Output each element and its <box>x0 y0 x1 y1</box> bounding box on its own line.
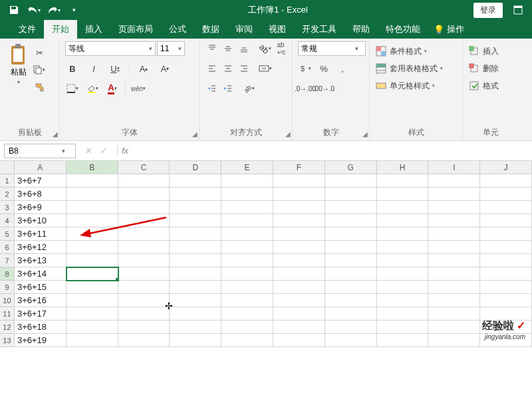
col-header-C[interactable]: C <box>118 161 170 174</box>
font-size-input[interactable] <box>158 42 175 55</box>
cell-G9[interactable] <box>325 281 377 294</box>
cell-C4[interactable] <box>118 214 170 227</box>
format-cells-button[interactable]: 格式 <box>468 78 499 93</box>
tab-home[interactable]: 开始 <box>44 20 77 39</box>
cell-H13[interactable] <box>377 334 429 347</box>
accounting-format-button[interactable]: $▾ <box>298 61 313 76</box>
insert-cells-button[interactable]: 插入 <box>468 44 499 59</box>
cell-B10[interactable] <box>66 294 118 307</box>
cell-J1[interactable] <box>480 174 532 188</box>
cell-H9[interactable] <box>377 281 429 294</box>
cell-A7[interactable]: 3+6+13 <box>15 254 66 267</box>
cell-A12[interactable]: 3+6+18 <box>15 321 66 334</box>
cell-D11[interactable] <box>170 307 221 321</box>
cell-G2[interactable] <box>325 188 377 201</box>
cell-I11[interactable] <box>428 307 480 321</box>
cell-D6[interactable] <box>170 241 221 254</box>
cell-B2[interactable] <box>66 188 118 201</box>
cell-I5[interactable] <box>428 227 480 241</box>
tell-me[interactable]: 💡 操作 <box>428 20 469 39</box>
font-name-input[interactable] <box>66 42 146 55</box>
align-center-button[interactable] <box>221 61 235 76</box>
orientation-button[interactable]: ab▾ <box>258 41 273 56</box>
cell-F2[interactable] <box>273 188 325 201</box>
cell-D2[interactable] <box>170 188 221 201</box>
cell-B3[interactable] <box>66 201 118 214</box>
number-format-input[interactable] <box>299 42 352 55</box>
delete-cells-button[interactable]: 删除 <box>468 61 499 76</box>
cell-F6[interactable] <box>273 241 325 254</box>
tab-data[interactable]: 数据 <box>194 20 227 39</box>
underline-button[interactable]: U▾ <box>108 61 122 76</box>
cell-I4[interactable] <box>428 214 480 227</box>
cell-C3[interactable] <box>118 201 170 214</box>
ribbon-options-button[interactable] <box>509 1 527 19</box>
tab-developer[interactable]: 开发工具 <box>294 20 344 39</box>
cell-E11[interactable] <box>221 307 273 321</box>
cell-I8[interactable] <box>428 267 480 281</box>
wrap-text-button[interactable]: ab↵c <box>274 41 289 56</box>
tab-view[interactable]: 视图 <box>261 20 294 39</box>
cell-H2[interactable] <box>377 188 429 201</box>
cell-A8[interactable]: 3+6+14 <box>15 267 66 281</box>
row-header-3[interactable]: 3 <box>0 201 15 214</box>
cell-I1[interactable] <box>428 174 480 188</box>
cell-C2[interactable] <box>118 188 170 201</box>
cell-H12[interactable] <box>377 321 429 334</box>
cell-I9[interactable] <box>428 281 480 294</box>
number-launcher[interactable]: ◢ <box>362 130 368 138</box>
cell-F10[interactable] <box>273 294 325 307</box>
row-header-4[interactable]: 4 <box>0 214 15 227</box>
clipboard-launcher[interactable]: ◢ <box>53 130 58 138</box>
tab-page-layout[interactable]: 页面布局 <box>110 20 161 39</box>
cell-H3[interactable] <box>377 201 429 214</box>
tab-review[interactable]: 审阅 <box>227 20 261 39</box>
cell-H10[interactable] <box>377 294 429 307</box>
cell-J6[interactable] <box>480 241 532 254</box>
cell-C7[interactable] <box>118 254 170 267</box>
chevron-down-icon[interactable]: ▾ <box>146 45 155 52</box>
col-header-I[interactable]: I <box>428 161 480 174</box>
cell-C13[interactable] <box>118 334 170 347</box>
cell-G7[interactable] <box>325 254 377 267</box>
cell-C12[interactable] <box>118 321 170 334</box>
save-button[interactable] <box>5 1 23 19</box>
cell-A11[interactable]: 3+6+17 <box>15 307 66 321</box>
cell-B11[interactable] <box>66 307 118 321</box>
cell-E7[interactable] <box>221 254 273 267</box>
row-header-12[interactable]: 12 <box>0 321 15 334</box>
copy-button[interactable]: ▾ <box>32 63 47 77</box>
cell-F3[interactable] <box>273 201 325 214</box>
cell-I6[interactable] <box>428 241 480 254</box>
cell-H11[interactable] <box>377 307 429 321</box>
cell-G5[interactable] <box>325 227 377 241</box>
cell-D7[interactable] <box>170 254 221 267</box>
cancel-formula-button[interactable]: ✕ <box>82 146 95 156</box>
enter-formula-button[interactable]: ✓ <box>98 146 110 156</box>
tab-features[interactable]: 特色功能 <box>378 20 428 39</box>
cell-F8[interactable] <box>273 267 325 281</box>
cell-J2[interactable] <box>480 188 532 201</box>
comma-button[interactable]: , <box>335 61 350 76</box>
row-header-6[interactable]: 6 <box>0 241 15 254</box>
cell-J12[interactable] <box>480 321 532 334</box>
cell-G13[interactable] <box>325 334 377 347</box>
qat-customize-button[interactable]: ▾ <box>65 1 82 19</box>
cell-D9[interactable] <box>170 281 221 294</box>
cell-F1[interactable] <box>273 174 325 188</box>
cell-E3[interactable] <box>221 201 273 214</box>
decrease-indent-button[interactable] <box>205 81 219 96</box>
cell-F13[interactable] <box>273 334 325 347</box>
cell-E5[interactable] <box>221 227 273 241</box>
cell-J5[interactable] <box>480 227 532 241</box>
chevron-down-icon[interactable]: ▾ <box>58 148 68 154</box>
cell-H7[interactable] <box>377 254 429 267</box>
increase-indent-button[interactable] <box>221 81 235 96</box>
cell-G6[interactable] <box>325 241 377 254</box>
cell-E1[interactable] <box>221 174 273 188</box>
cell-H6[interactable] <box>377 241 429 254</box>
row-header-5[interactable]: 5 <box>0 227 15 241</box>
col-header-B[interactable]: B <box>66 161 118 174</box>
cell-E8[interactable] <box>221 267 273 281</box>
cell-F7[interactable] <box>273 254 325 267</box>
